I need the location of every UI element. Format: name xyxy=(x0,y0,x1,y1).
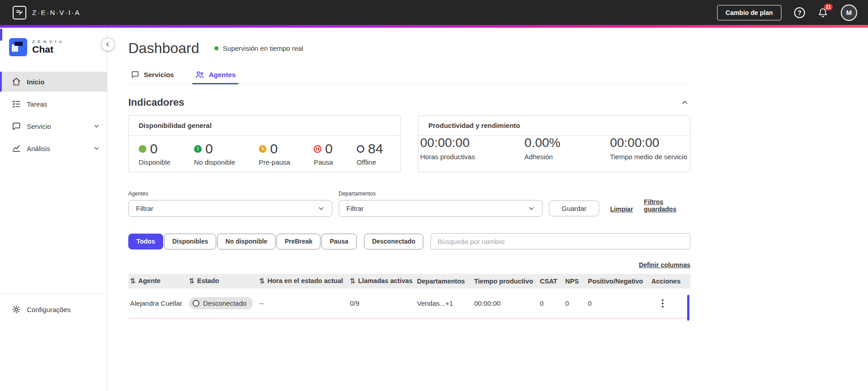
row-actions-kebab-icon[interactable] xyxy=(658,298,668,309)
table-row: Alejandra Cuellar Desconectado -- 0/9 Ve… xyxy=(128,288,690,318)
sidebar-item-analisis[interactable]: Análisis xyxy=(0,138,107,158)
agents-filter-label: Agentes xyxy=(128,191,332,197)
productivity-card: Productividad y rendimiento 00:00:00 Hor… xyxy=(418,115,690,172)
zenvia-chat-logo-icon xyxy=(9,38,27,56)
brand-name: Z·E·N·V·I·A xyxy=(32,9,81,16)
agents-filter-select[interactable]: Filtrar xyxy=(128,200,332,217)
chat-bubble-icon xyxy=(131,70,139,78)
change-plan-button[interactable]: Cambio de plan xyxy=(717,5,781,20)
column-header-departamentos: Departamentos xyxy=(415,274,472,288)
stat-value: 0.00% xyxy=(524,136,560,150)
stat-horas-productivas: 00:00:00 Horas productivas xyxy=(420,136,475,161)
chevron-up-icon xyxy=(681,99,689,106)
stat-pre-pausa: 0 Pre-pausa xyxy=(259,142,290,166)
stat-tiempo-medio: 00:00:00 Tiempo medio de servicio xyxy=(610,136,687,161)
status-filter-disponibles[interactable]: Disponibles xyxy=(164,234,216,249)
chat-bubble-icon xyxy=(12,122,21,131)
notification-badge: 21 xyxy=(824,4,833,10)
sidebar-item-label: Análisis xyxy=(27,145,50,152)
help-icon[interactable]: ? xyxy=(794,7,805,18)
tab-label: Agentes xyxy=(209,71,236,78)
user-avatar[interactable]: M xyxy=(841,5,857,21)
define-columns-link[interactable]: Definir columnas xyxy=(639,261,690,269)
cell-csat: 0 xyxy=(538,288,563,318)
stat-value: 84 xyxy=(368,142,383,156)
notifications-button[interactable]: 21 xyxy=(818,7,828,18)
sidebar-item-label: Inicio xyxy=(27,78,44,86)
scrollbar-thumb[interactable] xyxy=(0,29,2,41)
stat-value: 00:00:00 xyxy=(610,136,687,150)
chevron-down-icon xyxy=(528,205,535,212)
sidebar-menu: Inicio Tareas Servicio xyxy=(0,72,107,161)
sidebar-item-tareas[interactable]: Tareas xyxy=(0,94,107,114)
status-filter-pausa[interactable]: Pausa xyxy=(321,234,356,249)
stat-label: No disponible xyxy=(194,158,235,166)
column-header-tiempo-productivo: Tiempo productivo xyxy=(472,274,538,288)
column-header-hora-estado[interactable]: Hora en el estado actual xyxy=(257,274,348,288)
sort-icon xyxy=(189,278,194,284)
realtime-status: Supervisión en tiempo real xyxy=(214,44,304,52)
cell-actions xyxy=(650,288,690,318)
chevron-left-icon xyxy=(105,41,111,48)
cell-positive-negative: 0 xyxy=(586,288,650,318)
column-header-agente[interactable]: Agente xyxy=(128,274,187,288)
stat-value: 0 xyxy=(270,142,278,156)
search-input[interactable] xyxy=(431,233,690,249)
unavailable-status-icon: ! xyxy=(194,145,202,153)
departments-filter-label: Departamentos xyxy=(339,191,543,197)
clear-filters-link[interactable]: Limpiar xyxy=(610,205,633,213)
column-header-nps: NPS xyxy=(563,274,586,288)
stat-label: Pausa xyxy=(314,158,333,166)
page-title: Dashboard xyxy=(128,40,199,57)
status-filter-desconectado[interactable]: Desconectado xyxy=(364,234,424,249)
sidebar-item-label: Tareas xyxy=(27,100,47,108)
stat-label: Pre-pausa xyxy=(259,158,290,166)
cell-status: Desconectado xyxy=(187,288,257,318)
gear-icon xyxy=(12,305,21,314)
tab-agentes[interactable]: Agentes xyxy=(192,68,238,84)
column-header-estado[interactable]: Estado xyxy=(187,274,257,288)
stat-label: Adhesión xyxy=(524,153,560,161)
sidebar-item-label: Configurações xyxy=(27,306,71,313)
disconnected-status-icon xyxy=(193,300,199,307)
offline-status-icon xyxy=(357,145,364,153)
sidebar-item-servicio[interactable]: Servicio xyxy=(0,116,107,136)
tab-servicios[interactable]: Servicios xyxy=(128,68,177,84)
sidebar-collapse-button[interactable] xyxy=(102,38,114,51)
availability-card: Disponibilidad general 0 Disponible ! 0 xyxy=(128,115,401,172)
sort-icon xyxy=(350,278,355,284)
stat-label: Tiempo medio de servicio xyxy=(610,153,687,161)
stat-label: Offline xyxy=(357,158,383,166)
save-filters-button[interactable]: Guardar xyxy=(549,200,599,216)
sort-icon xyxy=(259,278,265,284)
departments-filter-select[interactable]: Filtrar xyxy=(339,200,543,217)
productivity-card-title: Productividad y rendimiento xyxy=(418,116,690,136)
zenvia-chat-logo: Z·E·N·V·I·A Chat xyxy=(0,28,107,65)
chevron-down-icon xyxy=(93,123,100,129)
sidebar: Z·E·N·V·I·A Chat Inicio Tareas xyxy=(0,28,107,391)
agents-icon xyxy=(195,71,204,78)
column-header-positivo-negativo: Positivo/Negativo xyxy=(586,274,650,288)
status-filter-no-disponible[interactable]: No disponible xyxy=(217,234,276,249)
prebreak-clock-icon xyxy=(259,145,267,153)
status-filter-todos[interactable]: Todos xyxy=(128,234,163,249)
sidebar-item-inicio[interactable]: Inicio xyxy=(0,72,107,92)
sidebar-item-configuracoes[interactable]: Configurações xyxy=(0,299,107,319)
scrollbar-thumb[interactable] xyxy=(687,295,689,321)
topbar-brand: Z·E·N·V·I·A xyxy=(13,6,81,20)
table-header-row: Agente Estado xyxy=(128,274,690,288)
column-header-llamadas[interactable]: Llamadas activas xyxy=(348,274,415,288)
cell-time-in-status: -- xyxy=(257,288,348,318)
cell-productive-time: 00:00:00 xyxy=(472,288,538,318)
zenvia-logo-icon xyxy=(13,6,26,20)
pause-status-icon xyxy=(314,145,321,153)
stat-value: 0 xyxy=(150,142,158,156)
available-status-icon xyxy=(139,145,146,153)
realtime-label: Supervisión en tiempo real xyxy=(223,44,304,52)
sort-icon xyxy=(130,278,136,284)
tasks-icon xyxy=(12,99,21,108)
collapse-section-button[interactable] xyxy=(679,97,690,108)
status-filter-prebreak[interactable]: PreBreak xyxy=(276,234,321,249)
sidebar-footer: Configurações xyxy=(0,293,107,322)
saved-filters-link[interactable]: Filtros guardados xyxy=(644,198,690,213)
